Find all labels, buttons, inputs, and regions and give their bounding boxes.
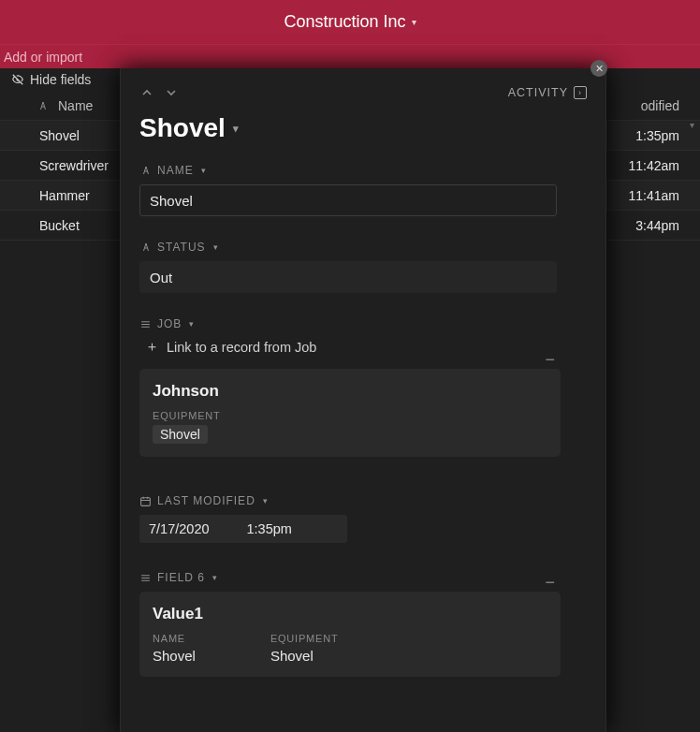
text-field-icon [37,100,49,111]
base-title[interactable]: Construction Inc ▾ [284,12,416,32]
unlink-record-button[interactable]: − [545,573,555,593]
last-modified-date: 7/17/2020 [149,521,210,536]
cell-time: 1:35pm [606,128,700,143]
column-header-name[interactable]: Name [0,98,122,113]
next-record-button[interactable] [164,85,179,100]
field-label-job[interactable]: JOB ▾ [139,317,587,330]
field6-column: NAMEShovel [153,633,196,664]
field6-col-label: EQUIPMENT [270,633,339,644]
cell-time: 11:42am [606,158,700,173]
chevron-down-icon: ▾ [212,573,218,582]
field-label-field6[interactable]: FIELD 6 ▾ [139,571,587,584]
cell-name: Hammer [0,188,122,203]
chevron-down-icon: ▾ [201,166,207,175]
eye-off-icon [11,73,24,86]
last-modified-value: 7/17/2020 1:35pm [139,515,347,543]
prev-record-button[interactable] [139,85,154,100]
hide-fields-button[interactable]: Hide fields [11,72,91,87]
record-nav [139,85,179,100]
column-header-modified[interactable]: odified [606,98,700,113]
equipment-chip: Shovel [153,425,208,444]
name-input[interactable]: Shovel [139,184,557,216]
field-label-last-modified[interactable]: LAST MODIFIED ▾ [139,494,587,507]
svg-rect-0 [141,497,151,505]
chevron-down-icon: ▾ [263,496,269,505]
expand-activity-icon: › [574,86,587,99]
close-panel-button[interactable]: ✕ [591,60,607,77]
base-title-text: Construction Inc [284,12,405,32]
linked-job-card[interactable]: − Johnson EQUIPMENT Shovel [139,369,561,457]
cell-name: Screwdriver [0,158,122,173]
field6-col-label: NAME [153,633,196,644]
activity-label: ACTIVITY [508,86,568,99]
field6-column: EQUIPMENTShovel [270,633,339,664]
linked-job-sublabel: EQUIPMENT [153,410,547,421]
app-header: Construction Inc ▾ [0,0,700,44]
link-record-button[interactable]: ＋ Link to a record from Job [145,338,587,356]
cell-name: Bucket [0,218,122,233]
chevron-down-icon: ▾ [412,17,416,27]
last-modified-time: 1:35pm [247,521,292,536]
unlink-record-button[interactable]: − [545,350,555,370]
linked-record-icon [139,572,152,584]
clock-icon [139,495,152,507]
chevron-down-icon: ▾ [189,319,195,329]
field-label-name[interactable]: NAME ▾ [139,164,587,177]
record-title[interactable]: Shovel ▾ [139,113,587,143]
hide-fields-label: Hide fields [30,72,91,87]
field6-col-value: Shovel [153,648,196,664]
chevron-down-icon: ▾ [233,123,239,135]
activity-toggle[interactable]: ACTIVITY › [508,86,587,99]
field6-card[interactable]: − Value1 NAMEShovelEQUIPMENTShovel [139,592,561,677]
column-menu-icon[interactable]: ▾ [690,120,694,130]
field6-card-title: Value1 [153,605,547,623]
text-field-icon [139,242,152,254]
text-field-icon [139,165,152,177]
record-title-text: Shovel [139,113,226,143]
linked-record-icon [139,318,152,330]
field-label-status[interactable]: STATUS ▾ [139,241,587,254]
close-icon: ✕ [595,63,604,75]
status-input[interactable]: Out [139,261,557,293]
cell-time: 3:44pm [606,218,700,233]
record-detail-panel: ACTIVITY › Shovel ▾ NAME ▾ Shovel STATUS… [120,68,606,732]
field6-col-value: Shovel [270,648,339,664]
linked-job-title: Johnson [153,382,547,401]
cell-time: 11:41am [606,188,700,203]
chevron-down-icon: ▾ [213,242,219,252]
add-import-button[interactable]: Add or import [4,50,82,65]
cell-name: Shovel [0,128,122,143]
plus-icon: ＋ [145,338,159,356]
